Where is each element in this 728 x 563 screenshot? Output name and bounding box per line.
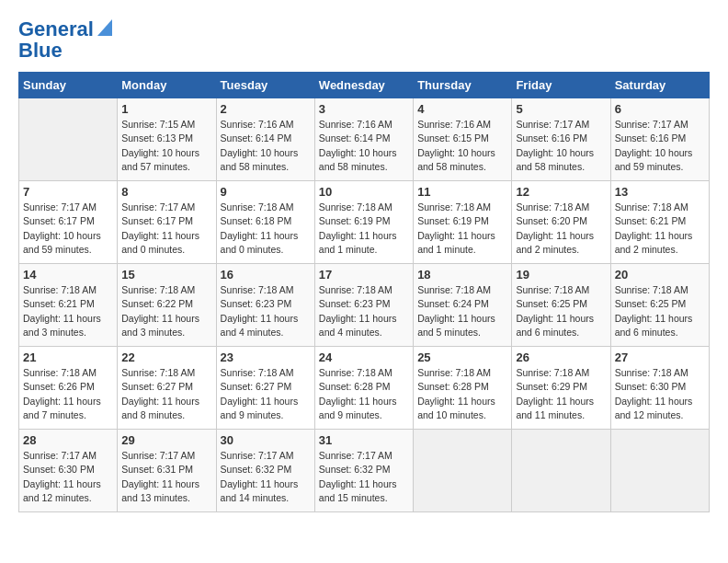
calendar-cell: 17Sunrise: 7:18 AM Sunset: 6:23 PM Dayli… — [314, 264, 413, 347]
day-info: Sunrise: 7:18 AM Sunset: 6:27 PM Dayligh… — [221, 366, 311, 422]
day-number: 26 — [516, 350, 606, 364]
day-info: Sunrise: 7:18 AM Sunset: 6:19 PM Dayligh… — [319, 201, 409, 257]
header-day-thursday: Thursday — [414, 73, 512, 98]
day-number: 25 — [417, 350, 507, 364]
day-info: Sunrise: 7:18 AM Sunset: 6:28 PM Dayligh… — [417, 366, 507, 422]
calendar-cell: 5Sunrise: 7:17 AM Sunset: 6:16 PM Daylig… — [512, 98, 610, 181]
calendar-cell: 12Sunrise: 7:18 AM Sunset: 6:20 PM Dayli… — [512, 181, 610, 264]
day-info: Sunrise: 7:17 AM Sunset: 6:31 PM Dayligh… — [121, 449, 211, 505]
calendar-table: SundayMondayTuesdayWednesdayThursdayFrid… — [18, 72, 710, 512]
calendar-cell: 9Sunrise: 7:18 AM Sunset: 6:18 PM Daylig… — [216, 181, 314, 264]
day-number: 4 — [417, 102, 507, 116]
day-number: 16 — [221, 268, 311, 282]
calendar-cell: 15Sunrise: 7:18 AM Sunset: 6:22 PM Dayli… — [118, 264, 216, 347]
calendar-cell: 25Sunrise: 7:18 AM Sunset: 6:28 PM Dayli… — [414, 347, 512, 430]
svg-marker-0 — [97, 19, 112, 36]
calendar-cell: 21Sunrise: 7:18 AM Sunset: 6:26 PM Dayli… — [19, 347, 118, 430]
page-header: General Blue — [18, 18, 710, 63]
day-number: 31 — [319, 433, 409, 447]
calendar-cell: 14Sunrise: 7:18 AM Sunset: 6:21 PM Dayli… — [19, 264, 118, 347]
day-info: Sunrise: 7:15 AM Sunset: 6:13 PM Dayligh… — [121, 118, 211, 174]
day-number: 17 — [319, 268, 409, 282]
day-number: 5 — [516, 102, 606, 116]
day-info: Sunrise: 7:17 AM Sunset: 6:16 PM Dayligh… — [516, 118, 606, 174]
header-day-friday: Friday — [512, 73, 610, 98]
day-info: Sunrise: 7:17 AM Sunset: 6:17 PM Dayligh… — [23, 201, 113, 257]
day-info: Sunrise: 7:18 AM Sunset: 6:21 PM Dayligh… — [23, 283, 113, 339]
day-number: 23 — [221, 350, 311, 364]
day-info: Sunrise: 7:18 AM Sunset: 6:28 PM Dayligh… — [319, 366, 409, 422]
calendar-cell: 31Sunrise: 7:17 AM Sunset: 6:32 PM Dayli… — [314, 430, 413, 512]
calendar-cell: 10Sunrise: 7:18 AM Sunset: 6:19 PM Dayli… — [314, 181, 413, 264]
day-number: 28 — [23, 433, 113, 447]
day-info: Sunrise: 7:18 AM Sunset: 6:25 PM Dayligh… — [516, 283, 606, 339]
day-info: Sunrise: 7:18 AM Sunset: 6:24 PM Dayligh… — [417, 283, 507, 339]
calendar-cell — [414, 430, 512, 512]
calendar-cell: 29Sunrise: 7:17 AM Sunset: 6:31 PM Dayli… — [118, 430, 216, 512]
day-info: Sunrise: 7:18 AM Sunset: 6:29 PM Dayligh… — [516, 366, 606, 422]
day-number: 18 — [417, 268, 507, 282]
day-info: Sunrise: 7:18 AM Sunset: 6:22 PM Dayligh… — [121, 283, 211, 339]
week-row-5: 28Sunrise: 7:17 AM Sunset: 6:30 PM Dayli… — [19, 430, 710, 512]
calendar-header-row: SundayMondayTuesdayWednesdayThursdayFrid… — [19, 73, 710, 98]
day-info: Sunrise: 7:18 AM Sunset: 6:23 PM Dayligh… — [319, 283, 409, 339]
day-info: Sunrise: 7:17 AM Sunset: 6:17 PM Dayligh… — [121, 201, 211, 257]
day-info: Sunrise: 7:16 AM Sunset: 6:14 PM Dayligh… — [221, 118, 311, 174]
calendar-cell: 11Sunrise: 7:18 AM Sunset: 6:19 PM Dayli… — [414, 181, 512, 264]
day-number: 20 — [615, 268, 705, 282]
week-row-2: 7Sunrise: 7:17 AM Sunset: 6:17 PM Daylig… — [19, 181, 710, 264]
day-number: 27 — [615, 350, 705, 364]
day-info: Sunrise: 7:18 AM Sunset: 6:27 PM Dayligh… — [121, 366, 211, 422]
calendar-cell: 28Sunrise: 7:17 AM Sunset: 6:30 PM Dayli… — [19, 430, 118, 512]
day-number: 1 — [121, 102, 211, 116]
day-info: Sunrise: 7:16 AM Sunset: 6:14 PM Dayligh… — [319, 118, 409, 174]
header-day-monday: Monday — [118, 73, 216, 98]
day-number: 12 — [516, 185, 606, 199]
calendar-cell: 26Sunrise: 7:18 AM Sunset: 6:29 PM Dayli… — [512, 347, 610, 430]
day-info: Sunrise: 7:18 AM Sunset: 6:18 PM Dayligh… — [221, 201, 311, 257]
logo-icon — [96, 17, 114, 38]
day-info: Sunrise: 7:18 AM Sunset: 6:21 PM Dayligh… — [615, 201, 705, 257]
week-row-3: 14Sunrise: 7:18 AM Sunset: 6:21 PM Dayli… — [19, 264, 710, 347]
day-number: 30 — [221, 433, 311, 447]
calendar-cell: 27Sunrise: 7:18 AM Sunset: 6:30 PM Dayli… — [610, 347, 709, 430]
day-number: 8 — [121, 185, 211, 199]
day-info: Sunrise: 7:16 AM Sunset: 6:15 PM Dayligh… — [417, 118, 507, 174]
calendar-cell: 6Sunrise: 7:17 AM Sunset: 6:16 PM Daylig… — [610, 98, 709, 181]
week-row-4: 21Sunrise: 7:18 AM Sunset: 6:26 PM Dayli… — [19, 347, 710, 430]
calendar-cell: 23Sunrise: 7:18 AM Sunset: 6:27 PM Dayli… — [216, 347, 314, 430]
calendar-cell: 16Sunrise: 7:18 AM Sunset: 6:23 PM Dayli… — [216, 264, 314, 347]
day-info: Sunrise: 7:18 AM Sunset: 6:20 PM Dayligh… — [516, 201, 606, 257]
calendar-cell: 1Sunrise: 7:15 AM Sunset: 6:13 PM Daylig… — [118, 98, 216, 181]
day-info: Sunrise: 7:17 AM Sunset: 6:32 PM Dayligh… — [221, 449, 311, 505]
day-number: 21 — [23, 350, 113, 364]
day-info: Sunrise: 7:18 AM Sunset: 6:25 PM Dayligh… — [615, 283, 705, 339]
day-number: 24 — [319, 350, 409, 364]
calendar-cell: 3Sunrise: 7:16 AM Sunset: 6:14 PM Daylig… — [314, 98, 413, 181]
day-info: Sunrise: 7:17 AM Sunset: 6:32 PM Dayligh… — [319, 449, 409, 505]
day-number: 2 — [221, 102, 311, 116]
day-number: 10 — [319, 185, 409, 199]
calendar-cell: 30Sunrise: 7:17 AM Sunset: 6:32 PM Dayli… — [216, 430, 314, 512]
day-info: Sunrise: 7:17 AM Sunset: 6:30 PM Dayligh… — [23, 449, 113, 505]
header-day-tuesday: Tuesday — [216, 73, 314, 98]
calendar-cell: 20Sunrise: 7:18 AM Sunset: 6:25 PM Dayli… — [610, 264, 709, 347]
day-number: 15 — [121, 268, 211, 282]
calendar-cell: 4Sunrise: 7:16 AM Sunset: 6:15 PM Daylig… — [414, 98, 512, 181]
day-number: 3 — [319, 102, 409, 116]
day-number: 29 — [121, 433, 211, 447]
calendar-cell: 19Sunrise: 7:18 AM Sunset: 6:25 PM Dayli… — [512, 264, 610, 347]
header-day-saturday: Saturday — [610, 73, 709, 98]
calendar-cell — [610, 430, 709, 512]
header-day-sunday: Sunday — [19, 73, 118, 98]
day-number: 7 — [23, 185, 113, 199]
day-number: 11 — [417, 185, 507, 199]
day-info: Sunrise: 7:18 AM Sunset: 6:26 PM Dayligh… — [23, 366, 113, 422]
day-info: Sunrise: 7:17 AM Sunset: 6:16 PM Dayligh… — [615, 118, 705, 174]
calendar-cell: 7Sunrise: 7:17 AM Sunset: 6:17 PM Daylig… — [19, 181, 118, 264]
calendar-cell — [19, 98, 118, 181]
day-number: 14 — [23, 268, 113, 282]
calendar-cell: 8Sunrise: 7:17 AM Sunset: 6:17 PM Daylig… — [118, 181, 216, 264]
day-info: Sunrise: 7:18 AM Sunset: 6:30 PM Dayligh… — [615, 366, 705, 422]
day-number: 13 — [615, 185, 705, 199]
